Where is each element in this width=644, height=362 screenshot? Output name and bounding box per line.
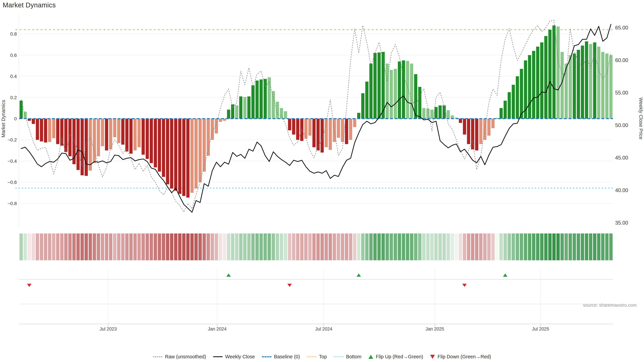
heatmap-cell: [40, 233, 43, 260]
heatmap-cell: [235, 233, 238, 260]
heatmap-cell: [585, 233, 588, 260]
osc-bar: [467, 119, 470, 144]
legend-item-label: Raw (unsmoothed): [165, 354, 206, 360]
heatmap-cell: [97, 233, 100, 260]
right-axis-title: Weekly Close Price: [638, 97, 644, 140]
osc-bar: [504, 101, 507, 119]
heatmap-cell: [512, 233, 515, 260]
osc-bar: [475, 119, 478, 150]
heatmap-cell: [540, 233, 544, 260]
heatmap-cell: [516, 233, 519, 260]
raw-legend-icon: [153, 357, 162, 357]
y-right-tick-label: 65.00: [615, 25, 628, 31]
flip-down-marker: [462, 284, 467, 287]
osc-bar: [573, 53, 576, 119]
heatmap-cell: [324, 233, 328, 260]
x-tick-label: Jul 2024: [315, 327, 332, 332]
heatmap-cell: [386, 233, 389, 260]
heatmap-cell: [357, 233, 360, 260]
heatmap-cell: [125, 233, 129, 260]
heatmap-cell: [500, 233, 503, 260]
osc-bar: [312, 119, 316, 147]
osc-bar: [170, 119, 173, 189]
osc-bar: [601, 52, 604, 119]
osc-bar: [109, 119, 112, 149]
osc-bar: [166, 119, 169, 184]
y-right-tick-label: 35.00: [615, 220, 628, 226]
heatmap-cell: [20, 233, 23, 260]
heatmap-cell: [154, 233, 157, 260]
heatmap-cell: [459, 233, 462, 260]
legend-item-label: Weekly Close: [225, 354, 255, 360]
y-left-tick-label: −0.2: [8, 137, 17, 142]
legend-item-label: Baseline (0): [274, 354, 300, 360]
osc-bar: [528, 55, 531, 119]
osc-bar: [24, 112, 27, 119]
heatmap-cell: [206, 233, 210, 260]
bottom-legend-icon: [334, 356, 343, 357]
osc-bar: [121, 119, 124, 145]
osc-bar: [349, 119, 352, 140]
x-tick-label: Jul 2025: [532, 327, 549, 332]
heatmap-cell: [113, 233, 116, 260]
osc-bar: [337, 119, 340, 138]
osc-bar: [329, 119, 332, 150]
osc-bar: [418, 87, 421, 119]
flip-up-marker: [226, 274, 231, 277]
osc-bar: [560, 52, 564, 119]
osc-bar: [605, 53, 608, 119]
heatmap-cell: [597, 233, 600, 260]
osc-bar: [194, 119, 198, 189]
heatmap-cell: [552, 233, 556, 260]
y-left-tick-label: 0.6: [10, 53, 17, 58]
heatmap-cell: [48, 233, 51, 260]
osc-bar: [609, 55, 612, 119]
heatmap-cell: [260, 233, 263, 260]
legend-item-baseline: Baseline (0): [262, 354, 300, 360]
osc-bar: [260, 79, 263, 119]
osc-bar: [142, 119, 145, 155]
osc-bar: [288, 119, 291, 130]
heatmap-cell: [487, 233, 490, 260]
osc-bar: [569, 55, 572, 119]
heatmap-cell: [508, 233, 511, 260]
osc-bar: [72, 119, 76, 164]
heatmap-cell: [223, 233, 226, 260]
heatmap-cell: [496, 233, 499, 260]
osc-bar: [479, 119, 482, 144]
osc-bar: [32, 119, 35, 124]
legend: Raw (unsmoothed)Weekly CloseBaseline (0)…: [0, 354, 644, 360]
heatmap-cell: [296, 233, 299, 260]
x-tick-label: Jul 2023: [100, 327, 117, 332]
heatmap-cell: [564, 233, 568, 260]
osc-bar: [190, 119, 194, 193]
y-right-tick-label: 50.00: [615, 122, 628, 128]
heatmap-cell: [483, 233, 486, 260]
heatmap-cell: [182, 233, 186, 260]
heatmap-cell: [211, 233, 214, 260]
osc-bar: [117, 119, 120, 143]
y-right-tick-label: 45.00: [615, 155, 628, 161]
heatmap-cell: [471, 233, 474, 260]
heatmap-cell: [227, 233, 230, 260]
heatmap-cell: [577, 233, 580, 260]
heatmap-cell: [28, 233, 31, 260]
heatmap-cell: [93, 233, 96, 260]
heatmap-cell: [475, 233, 478, 260]
y-left-tick-label: 0.8: [10, 31, 17, 36]
osc-bar: [80, 119, 84, 175]
heatmap-cell: [548, 233, 552, 260]
osc-bar: [292, 119, 295, 135]
x-tick-label: Jan 2024: [208, 327, 226, 332]
heatmap-cell: [24, 233, 27, 260]
heatmap-cell: [121, 233, 124, 260]
heatmap-cell: [105, 233, 108, 260]
heatmap-cell: [186, 233, 190, 260]
heatmap-cell: [101, 233, 104, 260]
osc-bar: [268, 77, 271, 119]
osc-bar: [556, 26, 560, 119]
legend-item-close: Weekly Close: [213, 354, 255, 360]
heatmap-cell: [256, 233, 259, 260]
heatmap-cell: [455, 233, 458, 260]
osc-bar: [178, 119, 182, 194]
